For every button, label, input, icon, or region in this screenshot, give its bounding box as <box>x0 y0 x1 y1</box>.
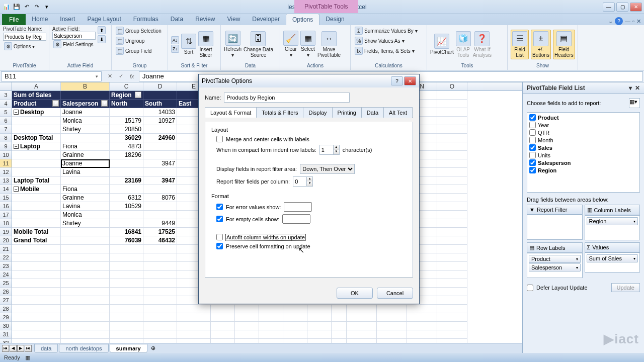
cell[interactable] <box>110 262 143 270</box>
row-header[interactable]: 23 <box>0 262 12 270</box>
change-data-source-button[interactable]: 🗄Change Data Source <box>244 31 273 58</box>
fieldlist-close-icon[interactable]: ✕ <box>635 84 640 92</box>
minimize-button[interactable]: — <box>603 3 615 12</box>
cell[interactable] <box>143 288 177 296</box>
cell[interactable] <box>12 125 61 134</box>
defer-layout-checkbox[interactable] <box>527 285 533 291</box>
cell[interactable] <box>377 330 407 339</box>
cell[interactable]: 20850 <box>110 125 143 134</box>
column-header[interactable]: D <box>143 82 177 90</box>
cell[interactable] <box>407 330 437 339</box>
cell[interactable] <box>437 159 467 168</box>
cell[interactable] <box>437 185 467 194</box>
whatif-button[interactable]: ❓What-If Analysis <box>473 31 492 58</box>
cell[interactable] <box>110 296 143 305</box>
cell[interactable] <box>61 313 110 322</box>
area-pill[interactable]: Sum of Sales▾ <box>587 254 638 262</box>
cell[interactable]: Salesperson▾ <box>61 100 110 108</box>
row-header[interactable]: 28 <box>0 305 12 313</box>
cell[interactable] <box>110 159 143 168</box>
cell[interactable] <box>12 262 61 270</box>
cell[interactable]: Grainne <box>61 151 110 159</box>
area-pill[interactable]: Salesperson▾ <box>529 263 581 272</box>
cell[interactable]: −Laptop <box>12 142 61 151</box>
cell[interactable] <box>12 151 61 159</box>
cell[interactable]: Mobile Total <box>12 228 61 236</box>
cell[interactable] <box>283 305 307 313</box>
cell[interactable] <box>437 134 467 142</box>
group-selection-button[interactable]: ⬚Group Selection <box>115 26 163 35</box>
cell[interactable] <box>259 330 283 339</box>
cancel-formula-icon[interactable]: ✕ <box>105 71 115 81</box>
cell[interactable] <box>332 313 347 322</box>
row-header[interactable]: 11 <box>0 159 12 168</box>
field-checkbox[interactable] <box>529 144 536 151</box>
cell[interactable] <box>437 253 467 262</box>
cell[interactable] <box>143 279 177 288</box>
area-pill[interactable]: Region▾ <box>587 217 638 225</box>
autofit-checkbox[interactable] <box>216 234 223 240</box>
excel-icon[interactable]: 📊 <box>2 3 11 12</box>
tab-next-icon[interactable]: ▶ <box>17 345 24 352</box>
summarize-values-button[interactable]: ΣSummarize Values By ▾ <box>354 26 419 35</box>
maximize-button[interactable]: ▢ <box>616 3 628 12</box>
cell[interactable] <box>259 322 283 330</box>
cell[interactable]: 16841 <box>110 228 143 236</box>
expand-field-icon[interactable]: ⬆ <box>98 26 106 34</box>
row-header[interactable]: 24 <box>0 270 12 279</box>
cell[interactable] <box>143 245 177 253</box>
move-pivottable-button[interactable]: ↔Move PivotTable <box>317 31 341 58</box>
values-area[interactable]: Sum of Sales▾ <box>585 252 640 273</box>
workbook-close-icon[interactable]: ✕ <box>636 18 641 25</box>
cell[interactable] <box>143 142 177 151</box>
insert-slicer-button[interactable]: ▦Insert Slicer <box>198 31 213 58</box>
field-month[interactable]: Month <box>528 136 638 144</box>
tab-home[interactable]: Home <box>26 14 54 25</box>
cell[interactable] <box>110 211 143 219</box>
cell[interactable] <box>437 313 467 322</box>
tab-options[interactable]: Options <box>286 14 319 25</box>
cell[interactable]: Grainne <box>61 194 110 202</box>
cell[interactable]: Desktop Total <box>12 134 61 142</box>
fieldlist-dropdown-icon[interactable]: ▾ <box>629 84 632 92</box>
tab-page-layout[interactable]: Page Layout <box>81 14 127 25</box>
row-header[interactable]: 10 <box>0 151 12 159</box>
cell[interactable] <box>143 305 177 313</box>
row-header[interactable]: 13 <box>0 176 12 185</box>
cell[interactable] <box>12 117 61 125</box>
cell[interactable] <box>12 313 61 322</box>
field-year[interactable]: Year <box>528 121 638 129</box>
cell[interactable]: Monica <box>61 211 110 219</box>
cell[interactable] <box>61 134 110 142</box>
sheet-tab-data[interactable]: data <box>34 344 58 353</box>
cell[interactable] <box>143 313 177 322</box>
cell[interactable] <box>12 330 61 339</box>
sheet-tab-summary[interactable]: summary <box>110 344 147 353</box>
empty-cells-checkbox[interactable] <box>216 216 223 222</box>
row-header[interactable]: 31 <box>0 330 12 339</box>
cell[interactable]: 3947 <box>143 159 177 168</box>
cell[interactable] <box>61 270 110 279</box>
collapse-field-icon[interactable]: ⬇ <box>98 35 106 43</box>
cell[interactable] <box>143 253 177 262</box>
cell[interactable] <box>61 288 110 296</box>
field-checkbox[interactable] <box>529 122 536 128</box>
field-sales[interactable]: Sales <box>528 144 638 151</box>
dialog-tab-display[interactable]: Display <box>303 107 332 118</box>
column-header[interactable]: C <box>110 82 143 90</box>
tab-insert[interactable]: Insert <box>54 14 81 25</box>
cell[interactable]: 9449 <box>143 219 177 228</box>
undo-icon[interactable]: ↶ <box>22 3 31 12</box>
row-header[interactable]: 3 <box>0 91 12 100</box>
cell[interactable] <box>12 219 61 228</box>
update-button[interactable]: Update <box>611 283 640 292</box>
cell[interactable]: 14033 <box>143 108 177 117</box>
display-fields-select[interactable]: Down, Then Over <box>300 164 355 174</box>
cell[interactable] <box>110 279 143 288</box>
cell[interactable]: Monica <box>61 117 110 125</box>
cell[interactable] <box>259 313 283 322</box>
cell[interactable] <box>61 279 110 288</box>
cell[interactable]: Sum of Sales <box>12 91 61 100</box>
row-header[interactable]: 22 <box>0 253 12 262</box>
cell[interactable] <box>437 151 467 159</box>
